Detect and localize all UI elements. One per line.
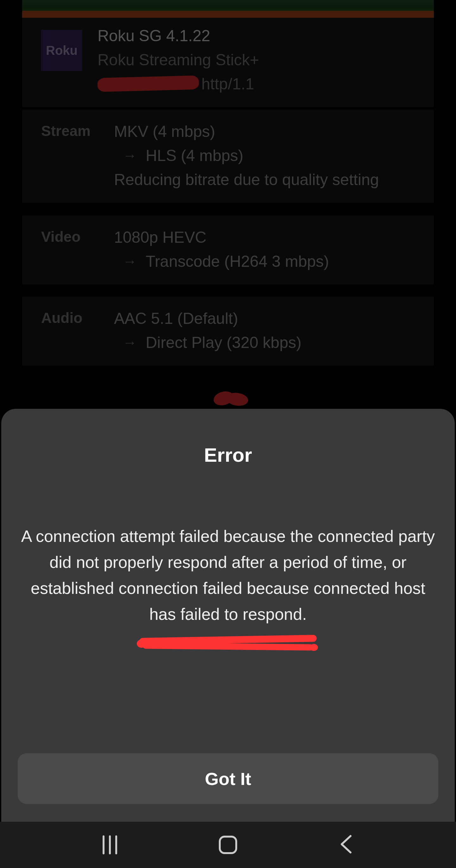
video-target: Transcode (H264 3 mbps) xyxy=(146,252,329,271)
recents-button[interactable] xyxy=(91,829,129,861)
home-button[interactable] xyxy=(209,829,247,861)
audio-source: AAC 5.1 (Default) xyxy=(114,309,301,328)
dialog-message: A connection attempt failed because the … xyxy=(18,523,438,627)
video-label: Video xyxy=(41,228,114,271)
redaction-mark xyxy=(98,75,199,93)
stream-target: HLS (4 mbps) xyxy=(146,147,243,165)
stream-source: MKV (4 mbps) xyxy=(114,122,379,141)
stream-note: Reducing bitrate due to quality setting xyxy=(114,170,379,189)
stream-panel: Stream MKV (4 mbps) → HLS (4 mbps) Reduc… xyxy=(22,110,434,203)
device-model: Roku Streaming Stick+ xyxy=(98,51,259,69)
home-icon xyxy=(219,836,237,854)
stream-label: Stream xyxy=(41,122,114,189)
audio-target: Direct Play (320 kbps) xyxy=(146,333,301,352)
progress-bar-bg xyxy=(22,0,434,11)
back-icon xyxy=(339,834,353,856)
progress-bar-fg xyxy=(22,11,434,18)
device-panel: Roku Roku SG 4.1.22 Roku Streaming Stick… xyxy=(22,18,434,107)
video-panel: Video 1080p HEVC → Transcode (H264 3 mbp… xyxy=(22,216,434,285)
audio-panel: Audio AAC 5.1 (Default) → Direct Play (3… xyxy=(22,297,434,366)
audio-label: Audio xyxy=(41,309,114,352)
roku-logo-text: Roku xyxy=(46,43,77,58)
arrow-right-icon: → xyxy=(123,335,137,350)
android-nav-bar xyxy=(0,822,456,868)
arrow-right-icon: → xyxy=(123,148,137,163)
error-dialog: Error A connection attempt failed becaus… xyxy=(1,409,455,822)
redaction-mark xyxy=(139,634,317,653)
device-protocol: http/1.1 xyxy=(201,75,254,93)
got-it-button[interactable]: Got It xyxy=(18,753,438,804)
device-title: Roku SG 4.1.22 xyxy=(98,27,259,45)
back-button[interactable] xyxy=(327,829,365,861)
recents-icon xyxy=(103,835,117,855)
dialog-title: Error xyxy=(204,444,252,466)
roku-logo: Roku xyxy=(41,30,82,71)
video-source: 1080p HEVC xyxy=(114,228,329,247)
arrow-right-icon: → xyxy=(123,253,137,269)
redaction-mark xyxy=(214,390,248,409)
